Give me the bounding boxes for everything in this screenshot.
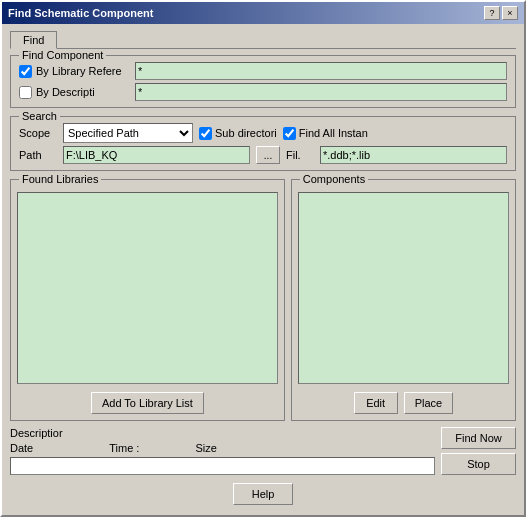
search-legend: Search bbox=[19, 110, 60, 122]
find-component-legend: Find Component bbox=[19, 49, 106, 61]
scope-label: Scope bbox=[19, 127, 57, 139]
description-input[interactable] bbox=[135, 83, 507, 101]
find-all-checkbox[interactable] bbox=[283, 127, 296, 140]
window-title: Find Schematic Component bbox=[8, 7, 153, 19]
path-browse-btn[interactable]: ... bbox=[256, 146, 280, 164]
tab-find[interactable]: Find bbox=[10, 31, 57, 49]
file-label: Fil. bbox=[286, 149, 314, 161]
description-status-row: Descriptior bbox=[10, 427, 435, 439]
action-buttons: Find Now Stop bbox=[441, 427, 516, 475]
tab-bar: Find bbox=[10, 30, 516, 49]
by-library-ref-text: By Library Refere bbox=[36, 65, 122, 77]
help-btn[interactable]: Help bbox=[233, 483, 293, 505]
bottom-area: Descriptior Date Time : Size Find Now St… bbox=[10, 427, 516, 475]
find-all-text: Find All Instan bbox=[299, 127, 368, 139]
stop-btn[interactable]: Stop bbox=[441, 453, 516, 475]
time-label: Time : bbox=[109, 442, 139, 454]
library-ref-row: By Library Refere bbox=[19, 62, 507, 80]
components-footer: Edit Place bbox=[292, 388, 515, 420]
help-title-btn[interactable]: ? bbox=[484, 6, 500, 20]
find-now-btn[interactable]: Find Now bbox=[441, 427, 516, 449]
window-content: Find Find Component By Library Refere By… bbox=[2, 24, 524, 515]
components-list[interactable] bbox=[298, 192, 509, 384]
description-status-label: Descriptior bbox=[10, 427, 63, 439]
add-to-library-btn[interactable]: Add To Library List bbox=[91, 392, 204, 414]
find-component-group: Find Component By Library Refere By Desc… bbox=[10, 55, 516, 108]
by-library-ref-checkbox[interactable] bbox=[19, 65, 32, 78]
path-input[interactable] bbox=[63, 146, 250, 164]
title-bar: Find Schematic Component ? × bbox=[2, 2, 524, 24]
edit-btn[interactable]: Edit bbox=[354, 392, 398, 414]
found-libraries-footer: Add To Library List bbox=[11, 388, 284, 420]
date-label: Date bbox=[10, 442, 33, 454]
help-area: Help bbox=[10, 479, 516, 509]
library-ref-input[interactable] bbox=[135, 62, 507, 80]
status-section: Descriptior Date Time : Size bbox=[10, 427, 435, 475]
by-library-ref-label: By Library Refere bbox=[19, 65, 129, 78]
sub-dir-checkbox[interactable] bbox=[199, 127, 212, 140]
sub-dir-text: Sub directori bbox=[215, 127, 277, 139]
meta-row: Date Time : Size bbox=[10, 442, 435, 454]
components-legend: Components bbox=[300, 173, 368, 185]
path-row: Path ... Fil. bbox=[19, 146, 507, 164]
found-libraries-panel: Found Libraries Add To Library List bbox=[10, 179, 285, 421]
close-title-btn[interactable]: × bbox=[502, 6, 518, 20]
path-label: Path bbox=[19, 149, 57, 161]
file-input[interactable] bbox=[320, 146, 507, 164]
search-group: Search Scope Specified Path All Librarie… bbox=[10, 116, 516, 171]
sub-dir-label: Sub directori bbox=[199, 127, 277, 140]
scope-select[interactable]: Specified Path All Libraries Current Lib… bbox=[63, 123, 193, 143]
description-row: By Descripti bbox=[19, 83, 507, 101]
found-libraries-legend: Found Libraries bbox=[19, 173, 101, 185]
scope-row: Scope Specified Path All Libraries Curre… bbox=[19, 123, 507, 143]
components-panel: Components Edit Place bbox=[291, 179, 516, 421]
found-libraries-list[interactable] bbox=[17, 192, 278, 384]
status-bar bbox=[10, 457, 435, 475]
by-description-label: By Descripti bbox=[19, 86, 129, 99]
place-btn[interactable]: Place bbox=[404, 392, 454, 414]
panels-row: Found Libraries Add To Library List Comp… bbox=[10, 179, 516, 421]
main-window: Find Schematic Component ? × Find Find C… bbox=[0, 0, 526, 517]
by-description-checkbox[interactable] bbox=[19, 86, 32, 99]
by-description-text: By Descripti bbox=[36, 86, 95, 98]
title-bar-buttons: ? × bbox=[484, 6, 518, 20]
find-all-label: Find All Instan bbox=[283, 127, 368, 140]
size-label: Size bbox=[195, 442, 216, 454]
